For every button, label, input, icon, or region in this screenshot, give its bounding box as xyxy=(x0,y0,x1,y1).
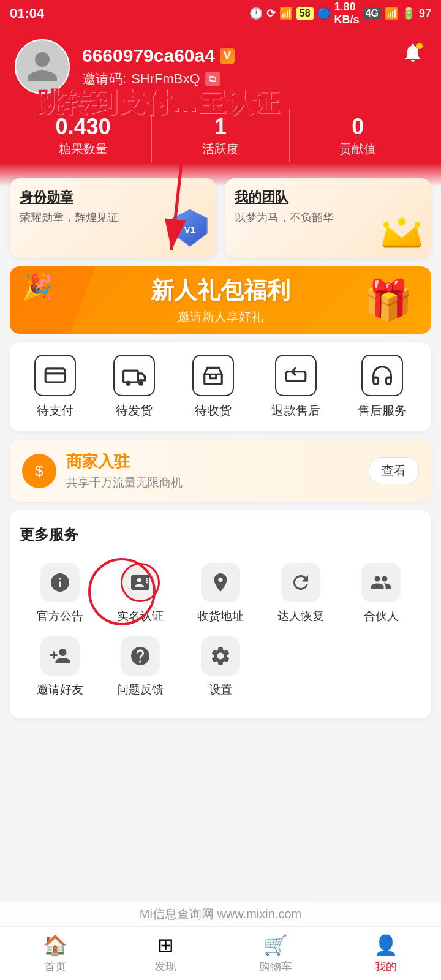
svg-rect-12 xyxy=(205,374,222,384)
home-icon: 🏠 xyxy=(43,933,67,957)
nav-profile[interactable]: 👤 我的 xyxy=(331,927,441,980)
merchant-banner[interactable]: $ 商家入驻 共享千万流量无限商机 查看 xyxy=(10,440,431,502)
merchant-icon: $ xyxy=(22,454,56,488)
svg-marker-3 xyxy=(382,246,421,248)
profile-info: 6660979ca60a4 V 邀请码: SHrFmBxQ ⧉ xyxy=(82,45,426,88)
svg-point-4 xyxy=(398,218,406,226)
service-announcement[interactable]: 官方公告 xyxy=(20,557,100,630)
notification-dot xyxy=(417,43,423,49)
stat-contribution: 0 贡献值 xyxy=(289,109,426,162)
profile-icon: 👤 xyxy=(374,933,398,957)
more-services-title: 更多服务 xyxy=(20,525,421,545)
action-pending-payment[interactable]: 待支付 xyxy=(34,355,76,419)
bottom-nav: 🏠 首页 ⊞ 发现 🛒 购物车 👤 我的 xyxy=(0,926,441,980)
status-icons: 🕐 ⟳ 📶 58 🔵 1.80KB/s 4G 📶 🔋 97 xyxy=(249,1,431,26)
vip-badge: V xyxy=(220,48,235,64)
status-time: 01:04 xyxy=(10,6,44,21)
service-settings[interactable]: 设置 xyxy=(180,630,260,704)
nav-home[interactable]: 🏠 首页 xyxy=(0,927,110,980)
gift-icon: 🎁 xyxy=(364,277,413,323)
svg-point-5 xyxy=(383,222,390,228)
service-partner[interactable]: 合伙人 xyxy=(341,557,421,630)
actions-grid: 待支付 待发货 xyxy=(16,355,425,419)
svg-marker-2 xyxy=(382,226,421,246)
battery-level: 97 xyxy=(419,7,431,20)
badge-card[interactable]: 身份勋章 荣耀勋章，辉煌见证 V1 xyxy=(10,178,216,258)
svg-rect-7 xyxy=(46,369,66,382)
quick-actions: 待支付 待发货 xyxy=(10,342,431,431)
team-card[interactable]: 我的团队 以梦为马，不负韶华 xyxy=(225,178,431,258)
service-real-name[interactable]: 实名认证 xyxy=(100,557,180,630)
action-pending-receive[interactable]: 待收货 xyxy=(192,355,234,419)
firework-icon: 🎉 xyxy=(22,273,53,301)
svg-rect-9 xyxy=(124,371,138,382)
service-address[interactable]: 收货地址 xyxy=(180,557,260,630)
shield-decoration: V1 xyxy=(168,208,211,253)
new-user-banner[interactable]: 🎉 新人礼包福利 邀请新人享好礼 🎁 xyxy=(10,266,431,334)
action-refund[interactable]: 退款售后 xyxy=(271,355,320,419)
profile-name: 6660979ca60a4 V xyxy=(82,45,426,66)
service-talent-restore[interactable]: 达人恢复 xyxy=(261,557,341,630)
notification-bell[interactable] xyxy=(399,39,426,66)
svg-point-10 xyxy=(127,382,130,385)
svg-point-6 xyxy=(415,222,421,228)
merchant-view-button[interactable]: 查看 xyxy=(369,457,419,484)
cart-icon: 🛒 xyxy=(263,933,288,957)
more-services-section: 更多服务 官方公告 实名认证 xyxy=(10,510,431,718)
svg-text:$: $ xyxy=(35,462,43,479)
service-invite[interactable]: 邀请好友 xyxy=(20,630,100,704)
svg-point-11 xyxy=(140,382,143,385)
cards-row: 身份勋章 荣耀勋章，辉煌见证 V1 我的团队 以梦为马，不 xyxy=(0,178,441,258)
watermark: Mi信息查询网 www.mixin.com xyxy=(0,902,441,926)
action-after-service[interactable]: 售后服务 xyxy=(358,355,407,419)
service-feedback[interactable]: 问题反馈 xyxy=(100,630,180,704)
discover-icon: ⊞ xyxy=(157,933,174,957)
merchant-text: 商家入驻 共享千万流量无限商机 xyxy=(66,451,359,491)
nav-cart[interactable]: 🛒 购物车 xyxy=(221,927,331,980)
status-bar: 01:04 🕐 ⟳ 📶 58 🔵 1.80KB/s 4G 📶 🔋 97 xyxy=(0,0,441,27)
nav-discover[interactable]: ⊞ 发现 xyxy=(110,927,221,980)
banner-text: 新人礼包福利 邀请新人享好礼 xyxy=(151,275,290,325)
redirect-annotation: 跳转到支付…宝认证 xyxy=(37,85,279,121)
action-pending-ship[interactable]: 待发货 xyxy=(113,355,155,419)
svg-text:V1: V1 xyxy=(184,224,196,235)
crown-decoration xyxy=(377,211,426,253)
services-grid: 官方公告 实名认证 收货地址 xyxy=(20,557,421,704)
